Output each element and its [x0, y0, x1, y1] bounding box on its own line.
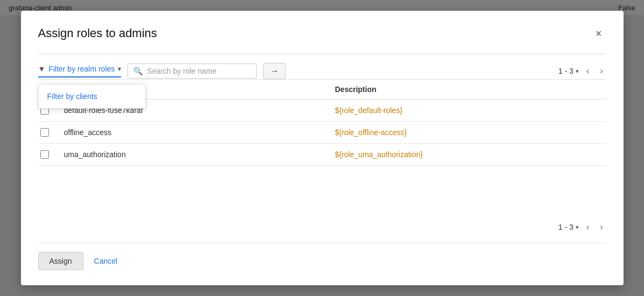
modal-header: Assign roles to admins × [38, 26, 606, 41]
cancel-button[interactable]: Cancel [92, 252, 120, 270]
table-row: uma_authorization ${role_uma_authorizati… [38, 144, 606, 166]
row-1-desc: ${role_offline-access} [335, 128, 606, 137]
row-2-checkbox-cell [38, 150, 64, 159]
top-prev-button[interactable]: ‹ [583, 64, 592, 78]
row-1-name: offline_access [64, 128, 335, 137]
header-divider [38, 54, 606, 54]
top-page-range[interactable]: 1 - 3 ▾ [558, 67, 579, 75]
toolbar: ▼ Filter by realm roles ▾ Filter by clie… [38, 63, 606, 79]
modal-overlay: Assign roles to admins × ▼ Filter by rea… [0, 0, 644, 296]
filter-dropdown[interactable]: ▼ Filter by realm roles ▾ Filter by clie… [38, 65, 122, 77]
modal-dialog: Assign roles to admins × ▼ Filter by rea… [21, 11, 624, 285]
modal-title: Assign roles to admins [38, 26, 157, 40]
top-page-range-label: 1 - 3 [558, 67, 574, 75]
col-desc-header: Description [335, 85, 606, 94]
bottom-next-button[interactable]: › [597, 220, 606, 234]
modal-footer: Assign Cancel [38, 243, 606, 270]
filter-clients-option[interactable]: Filter by clients [39, 87, 145, 106]
bottom-prev-button[interactable]: ‹ [583, 220, 592, 234]
filter-dropdown-popup: Filter by clients [38, 84, 146, 109]
assign-button[interactable]: Assign [38, 252, 83, 270]
top-page-range-arrow-icon: ▾ [576, 68, 579, 75]
bottom-page-range-arrow-icon: ▾ [576, 224, 579, 231]
dropdown-arrow-icon: ▾ [118, 65, 121, 73]
row-2-name: uma_authorization [64, 150, 335, 159]
row-0-desc: ${role_default-roles} [335, 106, 606, 115]
table-row: offline_access ${role_offline-access} [38, 122, 606, 144]
modal-close-button[interactable]: × [591, 26, 606, 41]
row-1-checkbox[interactable] [40, 128, 49, 137]
bottom-page-range[interactable]: 1 - 3 ▾ [558, 223, 579, 231]
search-go-button[interactable]: → [263, 63, 286, 79]
row-1-checkbox-cell [38, 128, 64, 137]
filter-highlight: realm roles [77, 65, 115, 73]
filter-label: Filter by realm roles [48, 65, 115, 73]
bottom-page-range-label: 1 - 3 [558, 223, 574, 231]
search-box: 🔍 [128, 64, 257, 79]
row-2-desc: ${role_uma_authorization} [335, 150, 606, 159]
search-icon: 🔍 [133, 67, 143, 75]
search-input[interactable] [147, 67, 244, 75]
top-next-button[interactable]: › [597, 64, 606, 78]
top-pagination: 1 - 3 ▾ ‹ › [558, 64, 606, 78]
filter-icon: ▼ [38, 65, 46, 73]
row-2-checkbox[interactable] [40, 150, 49, 159]
bottom-pagination: 1 - 3 ▾ ‹ › [38, 212, 606, 238]
filter-prefix: Filter by [48, 65, 77, 73]
